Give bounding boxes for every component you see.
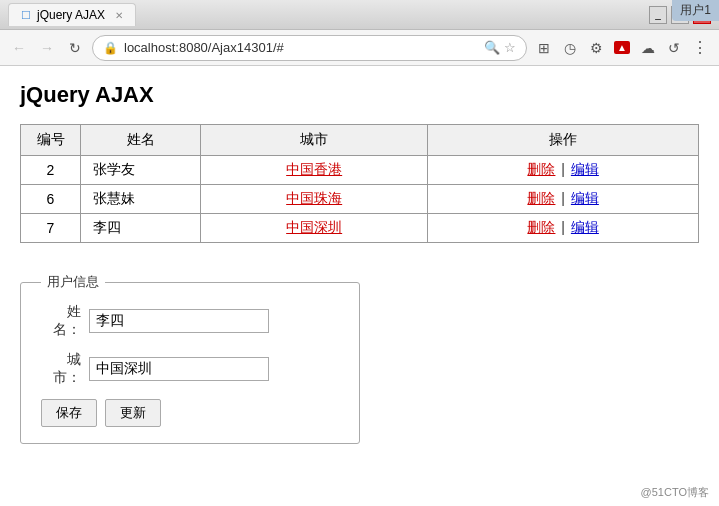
cloud-icon[interactable]: ☁ [637,37,659,59]
forward-button[interactable]: → [36,37,58,59]
extensions-icon[interactable]: ⊞ [533,37,555,59]
action-separator: | [561,190,569,206]
watermark: @51CTO博客 [641,485,709,500]
name-label: 姓名： [41,303,81,339]
delete-link[interactable]: 删除 [527,190,555,206]
table-row: 7 李四 中国深圳 删除 | 编辑 [21,214,699,243]
delete-link[interactable]: 删除 [527,161,555,177]
user-badge: 用户1 [672,0,719,21]
toolbar-right: ⊞ ◷ ⚙ ▲ ☁ ↺ ⋮ [533,37,711,59]
bookmark-icon[interactable]: ☆ [504,40,516,55]
delete-link[interactable]: 删除 [527,219,555,235]
tab-label: jQuery AJAX [37,8,105,22]
refresh-icon: ↻ [69,40,81,56]
city-row: 城市： [41,351,339,387]
update-button[interactable]: 更新 [105,399,161,427]
action-separator: | [561,219,569,235]
search-icon[interactable]: 🔍 [484,40,500,55]
table-row: 2 张学友 中国香港 删除 | 编辑 [21,156,699,185]
city-label: 城市： [41,351,81,387]
url-text: localhost:8080/Ajax14301/# [124,40,284,55]
cell-name: 张慧妹 [81,185,201,214]
cell-city: 中国珠海 [201,185,428,214]
col-header-city: 城市 [201,125,428,156]
edit-link[interactable]: 编辑 [571,161,599,177]
cell-actions: 删除 | 编辑 [428,156,699,185]
col-header-name: 姓名 [81,125,201,156]
name-row: 姓名： [41,303,339,339]
table-row: 6 张慧妹 中国珠海 删除 | 编辑 [21,185,699,214]
action-separator: | [561,161,569,177]
col-header-id: 编号 [21,125,81,156]
cell-actions: 删除 | 编辑 [428,214,699,243]
city-input[interactable] [89,357,269,381]
menu-button[interactable]: ⋮ [689,37,711,59]
secure-icon: 🔒 [103,41,118,55]
refresh-button[interactable]: ↻ [64,37,86,59]
cell-actions: 删除 | 编辑 [428,185,699,214]
browser-window: ☐ jQuery AJAX ✕ _ □ ✕ 用户1 ← → ↻ 🔒 localh… [0,0,719,506]
cell-city: 中国香港 [201,156,428,185]
minimize-button[interactable]: _ [649,6,667,24]
tab-close-button[interactable]: ✕ [115,10,123,21]
page-content: jQuery AJAX 编号 姓名 城市 操作 2 张学友 中国香港 删除 | [0,66,719,506]
url-bar[interactable]: 🔒 localhost:8080/Ajax14301/# 🔍 ☆ [92,35,527,61]
cell-city: 中国深圳 [201,214,428,243]
title-bar: ☐ jQuery AJAX ✕ _ □ ✕ [0,0,719,30]
data-table: 编号 姓名 城市 操作 2 张学友 中国香港 删除 | 编辑 6 张慧妹 [20,124,699,243]
col-header-action: 操作 [428,125,699,156]
tab-icon: ☐ [21,9,31,22]
cell-id: 7 [21,214,81,243]
city-link[interactable]: 中国香港 [286,161,342,177]
form-buttons: 保存 更新 [41,399,339,427]
settings-icon[interactable]: ⚙ [585,37,607,59]
cell-name: 张学友 [81,156,201,185]
forward-icon: → [40,40,54,56]
cell-id: 2 [21,156,81,185]
city-link[interactable]: 中国珠海 [286,190,342,206]
trident-icon-btn[interactable]: ▲ [611,37,633,59]
url-actions: 🔍 ☆ [484,40,516,55]
back-button[interactable]: ← [8,37,30,59]
trident-icon: ▲ [614,41,630,54]
city-link[interactable]: 中国深圳 [286,219,342,235]
title-bar-left: ☐ jQuery AJAX ✕ [8,3,136,26]
user-info-legend: 用户信息 [41,273,105,291]
user-info-fieldset: 用户信息 姓名： 城市： 保存 更新 [20,273,360,444]
address-bar: ← → ↻ 🔒 localhost:8080/Ajax14301/# 🔍 ☆ ⊞… [0,30,719,66]
cell-name: 李四 [81,214,201,243]
name-input[interactable] [89,309,269,333]
edit-link[interactable]: 编辑 [571,190,599,206]
edit-link[interactable]: 编辑 [571,219,599,235]
table-header-row: 编号 姓名 城市 操作 [21,125,699,156]
browser-tab[interactable]: ☐ jQuery AJAX ✕ [8,3,136,26]
back-icon: ← [12,40,26,56]
page-title: jQuery AJAX [20,82,699,108]
history-icon[interactable]: ◷ [559,37,581,59]
reload-icon[interactable]: ↺ [663,37,685,59]
cell-id: 6 [21,185,81,214]
save-button[interactable]: 保存 [41,399,97,427]
